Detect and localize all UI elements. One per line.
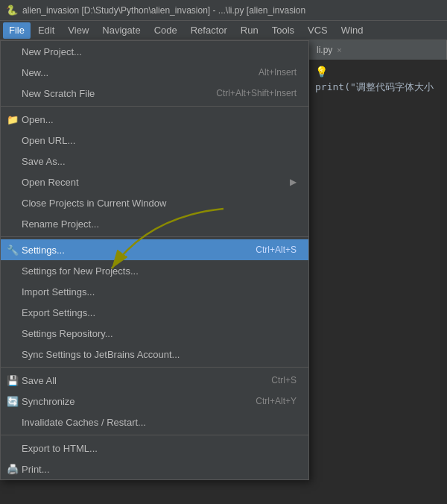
file-dropdown: New Project... New... Alt+Insert New Scr…: [0, 40, 309, 480]
menu-item-save-as[interactable]: Save As...: [1, 151, 308, 171]
sync-icon: 🔄: [7, 395, 19, 407]
menu-item-settings-repository[interactable]: Settings Repository...: [1, 323, 308, 344]
menu-vcs[interactable]: VCS: [302, 22, 334, 39]
menu-navigate[interactable]: Navigate: [96, 22, 146, 39]
menu-item-close-projects[interactable]: Close Projects in Current Window: [1, 192, 308, 213]
separator-3: [1, 367, 308, 368]
menu-item-open-recent[interactable]: Open Recent ▶: [1, 171, 308, 192]
menu-item-import-settings[interactable]: Import Settings...: [1, 281, 308, 302]
menu-file[interactable]: File: [3, 22, 31, 39]
title-bar: 🐍 alien_invasion [D:\Study\Python\alien_…: [0, 0, 447, 21]
menu-run[interactable]: Run: [235, 22, 264, 39]
editor-area: li.py × 💡 print("调整代码字体大小: [309, 40, 447, 504]
menu-view[interactable]: View: [62, 22, 95, 39]
editor-content: 💡 print("调整代码字体大小: [309, 60, 447, 100]
menu-item-open-url[interactable]: Open URL...: [1, 130, 308, 151]
menu-item-print[interactable]: 🖨️ Print...: [1, 459, 308, 479]
menu-item-invalidate-caches[interactable]: Invalidate Caches / Restart...: [1, 412, 308, 432]
menu-item-settings-new-projects[interactable]: Settings for New Projects...: [1, 260, 308, 281]
app-icon: 🐍: [6, 4, 18, 16]
menu-item-new-scratch-file[interactable]: New Scratch File Ctrl+Alt+Shift+Insert: [1, 83, 308, 104]
menu-item-save-all[interactable]: 💾 Save All Ctrl+S: [1, 370, 308, 391]
separator-1: [1, 106, 308, 107]
menu-item-new[interactable]: New... Alt+Insert: [1, 62, 308, 83]
menu-item-open[interactable]: 📁 Open...: [1, 109, 308, 130]
folder-icon: 📁: [7, 113, 19, 125]
menu-code[interactable]: Code: [148, 22, 183, 39]
wrench-icon: 🔧: [7, 244, 19, 256]
menu-window[interactable]: Wind: [335, 22, 370, 39]
print-icon: 🖨️: [7, 463, 19, 475]
save-icon: 💾: [7, 374, 19, 386]
submenu-arrow-icon: ▶: [290, 177, 297, 187]
separator-2: [1, 236, 308, 237]
menu-item-export-html[interactable]: Export to HTML...: [1, 438, 308, 459]
menu-item-synchronize[interactable]: 🔄 Synchronize Ctrl+Alt+Y: [1, 391, 308, 412]
close-tab-button[interactable]: ×: [337, 45, 341, 54]
menu-item-sync-settings[interactable]: Sync Settings to JetBrains Account...: [1, 344, 308, 365]
separator-4: [1, 435, 308, 435]
menu-item-new-project[interactable]: New Project...: [1, 41, 308, 62]
menu-refactor[interactable]: Refactor: [185, 22, 233, 39]
editor-tab-label: li.py: [317, 45, 332, 55]
editor-tab[interactable]: li.py ×: [309, 40, 447, 60]
menu-item-export-settings[interactable]: Export Settings...: [1, 302, 308, 323]
menu-item-rename-project[interactable]: Rename Project...: [1, 213, 308, 234]
menu-bar: File Edit View Navigate Code Refactor Ru…: [0, 21, 447, 40]
bulb-icon: 💡: [315, 66, 441, 78]
menu-item-settings[interactable]: 🔧 Settings... Ctrl+Alt+S: [1, 239, 308, 260]
title-text: alien_invasion [D:\Study\Python\alien_in…: [22, 5, 305, 16]
menu-tools[interactable]: Tools: [266, 22, 300, 39]
code-line: print("调整代码字体大小: [315, 81, 441, 94]
menu-edit[interactable]: Edit: [32, 22, 60, 39]
